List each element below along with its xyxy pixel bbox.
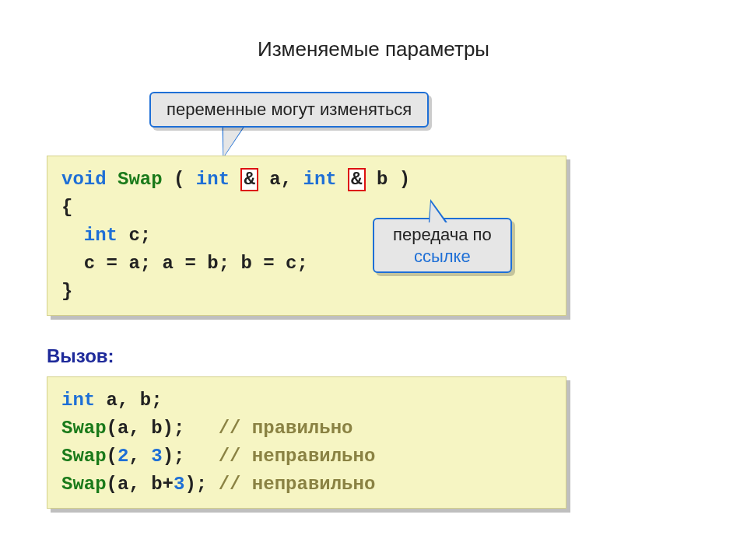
ampersand-box: &: [240, 168, 258, 191]
param-a: a,: [258, 169, 303, 190]
keyword-void: void: [61, 169, 107, 190]
call2-fn: Swap: [61, 446, 107, 467]
call2-open: (: [107, 446, 117, 467]
decl-ab: a, b;: [95, 390, 162, 411]
call2-num2: 3: [151, 446, 162, 467]
slide-title: Изменяемые параметры: [0, 37, 747, 61]
param-b: b ): [366, 169, 411, 190]
decl-c: c;: [117, 225, 151, 246]
assign-line: c = a; a = b; b = c;: [61, 253, 308, 274]
call2-close: );: [163, 446, 219, 467]
callout-right-line1: передача по: [393, 225, 492, 244]
call3-comment: // неправильно: [219, 474, 376, 495]
ampersand-box: &: [348, 168, 365, 191]
call3-args-b: );: [184, 474, 218, 495]
keyword-int: int: [61, 390, 95, 411]
code-block-call-examples: int a, b; Swap(a, b); // правильно Swap(…: [47, 376, 566, 509]
keyword-int: int: [84, 225, 117, 246]
keyword-int: int: [303, 169, 336, 190]
call1-fn: Swap: [61, 418, 107, 439]
paren-open: (: [163, 169, 196, 190]
brace-close: }: [61, 281, 72, 302]
callout-variables-can-change: переменные могут изменяться: [149, 92, 429, 128]
keyword-int: int: [196, 169, 230, 190]
call2-num1: 2: [117, 446, 128, 467]
call1-comment: // правильно: [219, 418, 353, 439]
call1-args: (a, b);: [107, 418, 219, 439]
call2-sep: ,: [128, 446, 151, 467]
callout-top-text: переменные могут изменяться: [167, 100, 412, 119]
brace-open: {: [61, 197, 72, 218]
call2-comment: // неправильно: [219, 446, 376, 467]
call3-fn: Swap: [61, 474, 107, 495]
call3-args-a: (a, b+: [107, 474, 174, 495]
callout-right-line2: ссылке: [414, 247, 471, 266]
function-name: Swap: [117, 169, 163, 190]
call-label: Вызов:: [47, 345, 114, 367]
callout-pass-by-reference: передача по ссылке: [373, 218, 512, 273]
callout-pointer: [212, 124, 245, 157]
call3-num: 3: [174, 474, 184, 495]
